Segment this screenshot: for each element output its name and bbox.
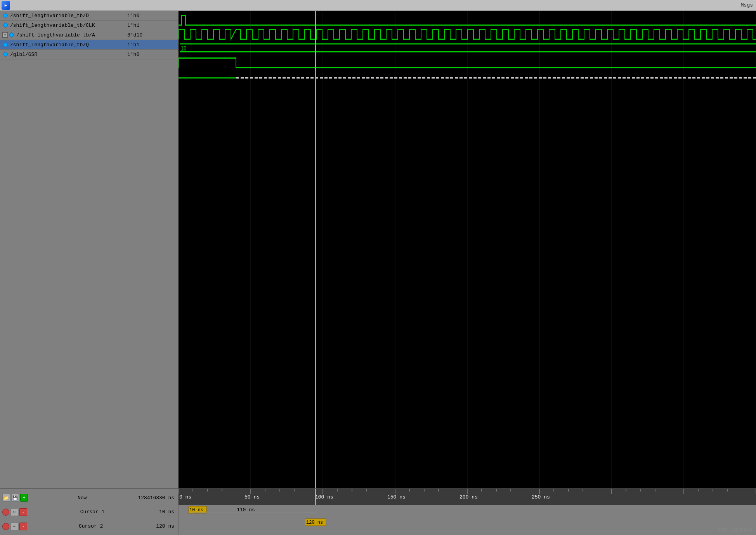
signal-name: /shift_lengthvariable_tb/D [0,12,124,19]
toolbar: ▶ Msgs [0,0,756,11]
main-container: /shift_lengthvariable_tb/D1'h0/shift_len… [0,11,756,488]
signal-value: 1'h1 [124,42,178,48]
cursor2-row: ✂ - Cursor 2 120 ns [2,521,176,532]
signal-name: +/shift_lengthvariable_tb/A [0,32,124,38]
signal-value: 8'd10 [124,32,178,38]
svg-text:200 ns: 200 ns [459,494,478,500]
now-value: 128416830 ns [136,495,176,501]
cursor1-color[interactable] [2,509,9,516]
svg-text:50 ns: 50 ns [244,494,260,500]
cursor2-del[interactable]: - [19,523,27,530]
signal-row[interactable]: /glbl/GSR1'h0 [0,50,178,59]
svg-rect-57 [179,505,756,535]
waveform-area[interactable]: 10 [179,11,756,488]
watermark: CSDN @夏凉秋冬 [718,527,753,533]
expand-icon[interactable]: + [2,32,8,38]
signal-type-icon [2,22,9,28]
bottom-left: 📁 💾 + Now 128416830 ns ✂ - Cursor 1 10 n… [0,489,179,535]
bottom-right: 0 ns 50 ns 100 ns 150 ns [179,489,756,535]
cursor2-color[interactable] [2,523,9,530]
bottom-panel: 📁 💾 + Now 128416830 ns ✂ - Cursor 1 10 n… [0,488,756,535]
cursor1-value: 10 ns [158,509,176,515]
cursor2-value: 120 ns [154,523,176,530]
svg-rect-9 [179,44,180,52]
signal-type-icon [2,42,9,48]
signal-name: /glbl/GSR [0,51,124,57]
signal-value: 1'h0 [124,52,178,57]
signal-name-text: /shift_lengthvariable_tb/D [10,13,89,19]
signal-type-icon [2,51,9,57]
signal-row[interactable]: +/shift_lengthvariable_tb/A8'd10 [0,30,178,40]
now-row: 📁 💾 + Now 128416830 ns [2,492,176,504]
signal-value: 1'h1 [124,23,178,28]
signal-row[interactable]: /shift_lengthvariable_tb/Q1'h1 [0,40,178,50]
c1-annotation: 10 ns [189,507,203,513]
signal-row[interactable]: /shift_lengthvariable_tb/CLK1'h1 [0,21,178,30]
now-text: Now [78,495,87,501]
cursor1-del[interactable]: - [19,508,27,516]
cursor1-icons: ✂ - [2,508,27,516]
signal-type-icon [2,12,9,19]
signal-name: /shift_lengthvariable_tb/CLK [0,22,124,28]
signal-name-text: /shift_lengthvariable_tb/Q [10,42,89,48]
signal-name: /shift_lengthvariable_tb/Q [0,42,124,48]
signal-name-text: /glbl/GSR [10,52,37,57]
cursor1-row: ✂ - Cursor 1 10 ns [2,506,176,518]
signal-name-text: /shift_lengthvariable_tb/A [16,32,95,38]
signal-value: 1'h0 [124,13,178,19]
svg-text:0 ns: 0 ns [179,494,191,500]
signal-name-text: /shift_lengthvariable_tb/CLK [10,23,95,28]
c2-annotation: 120 ns [306,520,323,525]
cursor1-btn[interactable]: ✂ [10,508,18,516]
signal-list: /shift_lengthvariable_tb/D1'h0/shift_len… [0,11,178,488]
toolbar-icon: ▶ [2,1,10,10]
waveform-svg: 10 [179,11,756,488]
svg-text:10: 10 [181,45,186,53]
cursor2-icons: ✂ - [2,523,27,530]
save-icon[interactable]: 💾 [11,494,19,502]
svg-text:150 ns: 150 ns [387,494,406,500]
msgs-label: Msgs [741,2,753,8]
cursor1-label: Cursor 1 [80,509,104,515]
left-panel: /shift_lengthvariable_tb/D1'h0/shift_len… [0,11,179,488]
signal-row[interactable]: /shift_lengthvariable_tb/D1'h0 [0,11,178,21]
timeline-svg: 0 ns 50 ns 100 ns 150 ns [179,489,756,535]
svg-text:100 ns: 100 ns [315,494,333,500]
now-icons: 📁 💾 + [2,494,28,502]
cursor2-btn[interactable]: ✂ [10,523,18,530]
add-icon[interactable]: + [20,494,28,502]
signal-type-icon [9,32,15,38]
svg-text:250 ns: 250 ns [532,494,550,500]
cursor2-label: Cursor 2 [79,523,103,529]
folder-icon[interactable]: 📁 [2,494,10,502]
c1-span-annotation: 110 ns [237,507,255,513]
now-label: Now [78,495,87,501]
